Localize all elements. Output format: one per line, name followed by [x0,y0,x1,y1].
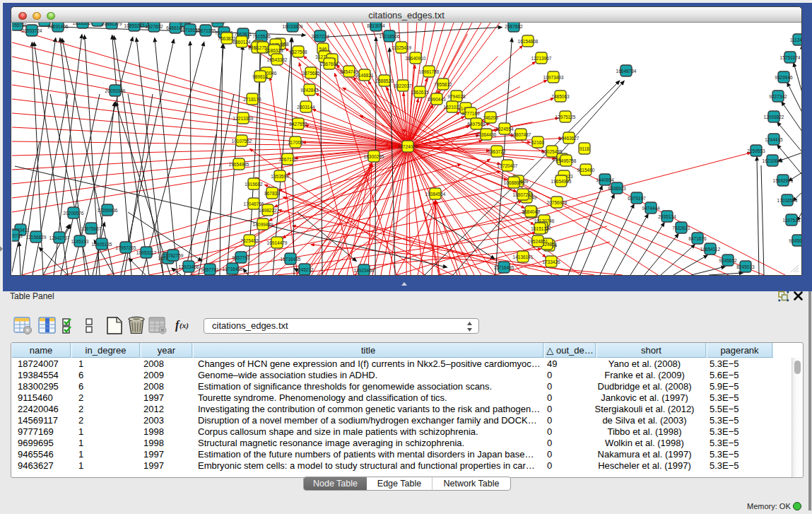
svg-text:17046765: 17046765 [244,201,264,206]
svg-text:16543382: 16543382 [267,57,288,62]
svg-text:1112405: 1112405 [790,37,802,42]
svg-text:19384554: 19384554 [425,192,446,197]
svg-text:20553724: 20553724 [22,28,42,33]
svg-text:10807487: 10807487 [511,132,531,137]
svg-text:3915733: 3915733 [12,233,23,238]
svg-text:18535267: 18535267 [73,23,93,25]
svg-text:19654985: 19654985 [229,162,249,167]
svg-text:16210643: 16210643 [763,158,783,163]
svg-text:9777169: 9777169 [461,111,480,116]
svg-text:19055721: 19055721 [12,23,28,28]
svg-text:8322037: 8322037 [394,83,412,88]
svg-text:10688609: 10688609 [504,180,524,185]
svg-text:15692971: 15692971 [773,178,794,183]
svg-text:9227342: 9227342 [769,94,787,99]
svg-text:13975667: 13975667 [81,226,102,231]
svg-text:13716485: 13716485 [494,265,514,270]
svg-text:19463627: 19463627 [559,136,579,141]
svg-text:6379197: 6379197 [628,196,646,201]
svg-text:7515526: 7515526 [252,34,271,39]
svg-text:1916682: 1916682 [245,182,263,187]
svg-text:867833: 867833 [264,191,280,196]
svg-text:7955812: 7955812 [434,82,452,87]
svg-text:8471676: 8471676 [688,236,707,241]
svg-text:2935134: 2935134 [658,214,676,219]
svg-text:11325419: 11325419 [392,45,412,50]
svg-text:18724007: 18724007 [398,144,418,149]
svg-text:12905135: 12905135 [92,242,112,247]
svg-text:1167533: 1167533 [783,218,801,223]
svg-text:1244415: 1244415 [765,137,783,142]
svg-text:20756928: 20756928 [547,200,567,205]
svg-text:9118: 9118 [579,146,589,151]
svg-text:16671355: 16671355 [196,28,216,33]
svg-text:8245013: 8245013 [736,264,755,269]
svg-text:1733426: 1733426 [542,259,560,264]
svg-text:2718170: 2718170 [243,97,261,102]
svg-text:9657791: 9657791 [232,255,250,260]
svg-text:1615132: 1615132 [531,226,549,231]
svg-text:8427552: 8427552 [289,122,307,127]
svg-text:7863722: 7863722 [488,149,506,154]
svg-text:15751074: 15751074 [780,55,801,60]
svg-text:17359936: 17359936 [98,208,118,213]
svg-text:9245652: 9245652 [719,258,737,263]
svg-text:9327508: 9327508 [289,49,307,54]
svg-text:9115460: 9115460 [577,168,595,173]
svg-text:13716485: 13716485 [223,267,243,271]
svg-text:9474444: 9474444 [642,206,660,211]
svg-text:12213369: 12213369 [233,116,254,121]
svg-text:8938923: 8938923 [608,186,626,191]
svg-text:12923468: 12923468 [354,268,375,273]
svg-text:12156829: 12156829 [26,235,47,240]
svg-text:15716485: 15716485 [281,257,301,262]
svg-text:3267110: 3267110 [279,157,297,162]
svg-text:8813054: 8813054 [367,23,385,28]
svg-text:7485063: 7485063 [551,94,570,99]
svg-text:17016504: 17016504 [777,198,798,203]
svg-text:1498222: 1498222 [259,208,277,213]
svg-text:16961758: 16961758 [419,69,440,74]
svg-text:20364436: 20364436 [476,132,497,137]
svg-text:2087682: 2087682 [505,24,523,29]
svg-text:1353594: 1353594 [271,174,289,179]
svg-text:8860124: 8860124 [233,40,251,45]
svg-text:15720407: 15720407 [498,163,518,168]
svg-text:3875685: 3875685 [302,71,320,76]
svg-text:1527602: 1527602 [145,24,163,29]
svg-text:9657791: 9657791 [201,267,219,272]
svg-text:18807249: 18807249 [513,192,534,197]
svg-text:2159553: 2159553 [747,148,765,153]
svg-text:2367608: 2367608 [320,62,339,66]
svg-text:(x): (x) [180,321,189,330]
svg-text:10654112: 10654112 [700,247,721,252]
svg-text:16033809: 16033809 [283,24,303,29]
svg-text:10853267: 10853267 [124,23,145,28]
svg-text:16154808: 16154808 [518,39,539,44]
svg-text:6497508: 6497508 [467,122,486,127]
svg-text:12093822: 12093822 [764,115,784,119]
svg-text:190557: 190557 [37,23,52,23]
svg-text:9329946: 9329946 [775,75,793,80]
svg-text:9242843: 9242843 [300,88,319,93]
svg-text:12213967: 12213967 [531,56,552,61]
svg-text:1588520: 1588520 [375,78,394,83]
svg-text:17957265: 17957265 [116,245,136,250]
svg-text:8990443: 8990443 [428,97,446,102]
svg-text:3024554: 3024554 [495,127,514,132]
svg-text:1362615: 1362615 [411,90,429,95]
svg-text:20053346: 20053346 [105,88,126,93]
svg-text:10973493: 10973493 [543,75,564,80]
svg-text:10953117: 10953117 [136,250,157,255]
svg-text:16648784: 16648784 [616,69,637,74]
svg-text:38640910: 38640910 [406,56,426,61]
svg-text:20881379: 20881379 [102,23,122,26]
svg-text:3684047: 3684047 [522,209,540,214]
svg-text:20206576: 20206576 [64,211,84,216]
svg-text:7625402: 7625402 [240,238,259,243]
svg-text:62160: 62160 [531,140,544,145]
svg-text:1621022: 1621022 [443,105,461,110]
svg-text:8186328: 8186328 [265,48,283,53]
svg-text:3857224: 3857224 [311,34,329,39]
svg-text:19524851: 19524851 [528,239,548,244]
